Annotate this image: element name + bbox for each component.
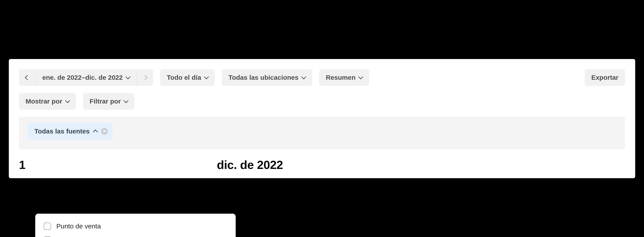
sources-dropdown-popover: Punto de venta Integraciones de comercio… bbox=[35, 214, 236, 237]
chevron-up-icon bbox=[93, 129, 98, 134]
chevron-down-icon bbox=[126, 74, 130, 79]
heading-prefix: 1 bbox=[19, 158, 26, 171]
report-date-heading: 1 dic. de 2022 bbox=[19, 158, 625, 172]
export-label: Exportar bbox=[591, 74, 618, 81]
locations-filter-button[interactable]: Todas las ubicaciones bbox=[222, 69, 312, 86]
filter-by-label: Filtrar por bbox=[90, 98, 121, 105]
source-option-label: Integraciones de comercio electrónico bbox=[56, 236, 168, 237]
active-filter-chip-sources[interactable]: Todas las fuentes bbox=[28, 123, 112, 140]
date-range-label: ene. de 2022–dic. de 2022 bbox=[42, 74, 123, 81]
summary-view-label: Resumen bbox=[326, 74, 356, 81]
source-option-label: Punto de venta bbox=[56, 222, 101, 230]
filter-row-2: Mostrar por Filtrar por bbox=[19, 93, 625, 110]
date-next-button[interactable] bbox=[136, 69, 153, 86]
date-range-button[interactable]: ene. de 2022–dic. de 2022 bbox=[36, 69, 136, 86]
chevron-down-icon bbox=[204, 74, 209, 79]
filter-by-button[interactable]: Filtrar por bbox=[83, 93, 134, 110]
locations-filter-label: Todas las ubicaciones bbox=[228, 74, 298, 81]
time-filter-label: Todo el día bbox=[167, 74, 201, 81]
heading-suffix: dic. de 2022 bbox=[217, 158, 283, 171]
show-by-button[interactable]: Mostrar por bbox=[19, 93, 76, 110]
chevron-down-icon bbox=[358, 74, 364, 79]
show-by-label: Mostrar por bbox=[26, 98, 62, 105]
chevron-down-icon bbox=[65, 98, 70, 103]
report-filters-card: ene. de 2022–dic. de 2022 Todo el día To… bbox=[9, 59, 635, 178]
date-prev-button[interactable] bbox=[19, 69, 36, 86]
checkbox-unchecked[interactable] bbox=[44, 236, 51, 237]
clear-filter-icon[interactable] bbox=[101, 128, 108, 134]
export-button[interactable]: Exportar bbox=[585, 69, 625, 86]
chevron-right-icon bbox=[142, 75, 147, 80]
active-filter-label: Todas las fuentes bbox=[34, 128, 90, 135]
time-filter-button[interactable]: Todo el día bbox=[160, 69, 215, 86]
date-range-segment: ene. de 2022–dic. de 2022 bbox=[19, 69, 153, 86]
source-option-pos[interactable]: Punto de venta bbox=[42, 220, 229, 233]
chevron-down-icon bbox=[301, 74, 306, 79]
filter-row-1: ene. de 2022–dic. de 2022 Todo el día To… bbox=[19, 69, 625, 86]
chevron-left-icon bbox=[25, 75, 30, 80]
source-option-ecommerce[interactable]: Integraciones de comercio electrónico bbox=[42, 233, 229, 237]
checkbox-unchecked[interactable] bbox=[44, 222, 51, 230]
summary-view-button[interactable]: Resumen bbox=[319, 69, 369, 86]
active-filters-bar: Todas las fuentes bbox=[19, 117, 625, 149]
chevron-down-icon bbox=[124, 98, 128, 103]
